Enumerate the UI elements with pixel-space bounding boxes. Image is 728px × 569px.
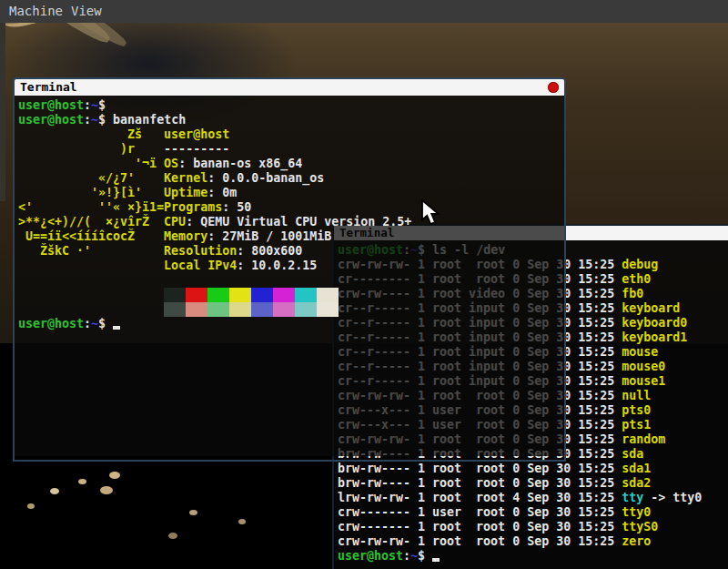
terminal-line: crw------- 1 root root 0 Sep 30 15:25 tt…: [338, 520, 728, 534]
palette-swatch: [295, 288, 317, 302]
palette-swatch: [229, 288, 251, 302]
terminal-line: Local IPv4: 10.0.2.15: [18, 259, 564, 273]
menu-item-machine[interactable]: Machine: [9, 4, 63, 18]
terminal-line: «/¿7' Kernel: 0.0.0-banan_os: [18, 171, 564, 186]
terminal-line: user@host:~$: [338, 549, 728, 564]
terminal-line: '»!}[ì' Uptime: 0m: [18, 186, 564, 200]
palette-swatch: [164, 302, 186, 317]
menu-item-view[interactable]: View: [71, 4, 102, 18]
mouse-cursor-icon: [420, 199, 441, 231]
terminal-window-front[interactable]: Terminal user@host:~$user@host:~$ bananf…: [13, 77, 566, 462]
terminal-line: [18, 273, 564, 288]
terminal-line: crw-rw-rw- 1 root root 0 Sep 30 15:25 ze…: [338, 534, 728, 549]
titlebar[interactable]: Terminal: [15, 79, 564, 96]
palette-swatch: [164, 288, 186, 302]
terminal-line: [18, 288, 564, 302]
palette-swatch: [273, 302, 295, 317]
palette-swatch: [295, 302, 317, 317]
terminal-line: U==íï<<íííîcocŽ Memory: 27MiB / 1001MiB: [18, 229, 564, 244]
wallpaper-rock: [109, 472, 120, 479]
vm-screen: { "menubar": { "items": [ {"label":"Mach…: [0, 0, 728, 569]
text-cursor: [432, 558, 440, 562]
wallpaper-rock: [100, 486, 113, 494]
wallpaper-edge-strip: [0, 0, 5, 201]
wallpaper-rock: [78, 479, 86, 484]
terminal-line: lrw-rw-rw- 1 root root 4 Sep 30 15:25 tt…: [338, 491, 728, 505]
palette-swatch: [273, 288, 295, 302]
terminal-line: user@host:~$: [18, 98, 564, 113]
palette-swatch: [207, 302, 229, 317]
vm-menubar: Machine View: [0, 0, 728, 23]
terminal-line: '¬ï OS: banan-os x86_64: [18, 157, 564, 171]
terminal-line: ŽškC ·' Resolution: 800x600: [18, 244, 564, 259]
close-button[interactable]: [548, 82, 559, 93]
terminal-line: crw------- 1 user root 0 Sep 30 15:25 tt…: [338, 505, 728, 520]
palette-swatch: [317, 302, 339, 317]
wallpaper-rock: [27, 503, 35, 509]
palette-swatch: [207, 288, 229, 302]
terminal-line: user@host:~$: [18, 317, 564, 331]
wallpaper-rock: [238, 519, 246, 524]
window-title: Terminal: [20, 80, 77, 94]
terminal-line: >**¿<+)//( ×¿vîrŽ CPU: QEMU Virtual CPU …: [18, 215, 564, 229]
palette-swatch: [186, 288, 207, 302]
wallpaper-rock: [189, 510, 197, 515]
terminal-line: brw-rw---- 1 root root 0 Sep 30 15:25 sd…: [338, 476, 728, 491]
text-cursor: [113, 326, 120, 330]
palette-swatch: [251, 302, 273, 317]
terminal-content[interactable]: user@host:~$user@host:~$ bananfetch Zš u…: [15, 96, 564, 456]
palette-swatch: [186, 302, 207, 317]
wallpaper-rock: [50, 488, 59, 494]
terminal-line: <' ''« ×}ï1=Programs: 50: [18, 200, 564, 215]
terminal-line: [18, 302, 564, 317]
palette-swatch: [229, 302, 251, 317]
terminal-line: brw-rw---- 1 root root 0 Sep 30 15:25 sd…: [338, 462, 728, 476]
palette-swatch: [317, 288, 339, 302]
palette-swatch: [251, 288, 273, 302]
terminal-line: )r ---------: [18, 142, 564, 157]
terminal-line: user@host:~$ bananfetch: [18, 113, 564, 127]
wallpaper-rock: [168, 533, 177, 539]
terminal-line: Zš user@host: [18, 127, 564, 142]
